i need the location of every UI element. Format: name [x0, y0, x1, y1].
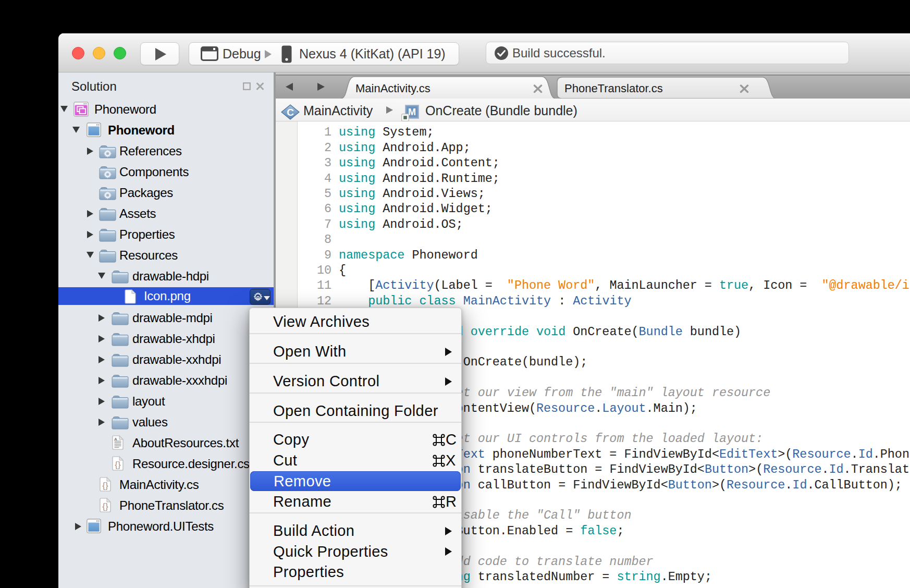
svg-text:C: C — [287, 107, 294, 118]
svg-text:M: M — [408, 107, 416, 117]
